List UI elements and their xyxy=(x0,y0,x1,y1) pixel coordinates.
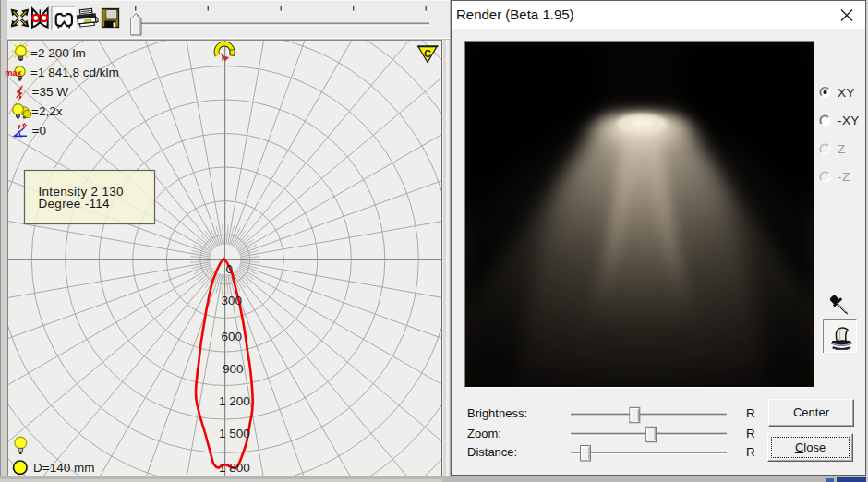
svg-text:=2 200 lm: =2 200 lm xyxy=(30,46,86,60)
svg-text:XY: XY xyxy=(838,86,855,100)
svg-text:Zoom:: Zoom: xyxy=(467,427,501,440)
svg-text:R: R xyxy=(746,445,755,459)
svg-text:R: R xyxy=(746,406,755,420)
svg-text:Distance:: Distance: xyxy=(467,445,517,459)
svg-text:max: max xyxy=(6,68,22,78)
svg-text:=35 W: =35 W xyxy=(32,85,69,99)
svg-text:D=140 mm: D=140 mm xyxy=(33,461,94,475)
svg-text:Brightness:: Brightness: xyxy=(467,406,527,420)
svg-text:=0: =0 xyxy=(32,124,46,138)
svg-text:=1 841,8 cd/klm: =1 841,8 cd/klm xyxy=(30,66,119,79)
svg-text:Z: Z xyxy=(838,142,846,156)
svg-text:-Z: -Z xyxy=(838,170,850,184)
svg-text:-XY: -XY xyxy=(838,114,860,127)
svg-text:R: R xyxy=(746,427,755,440)
svg-text:=2,2x: =2,2x xyxy=(31,104,63,118)
